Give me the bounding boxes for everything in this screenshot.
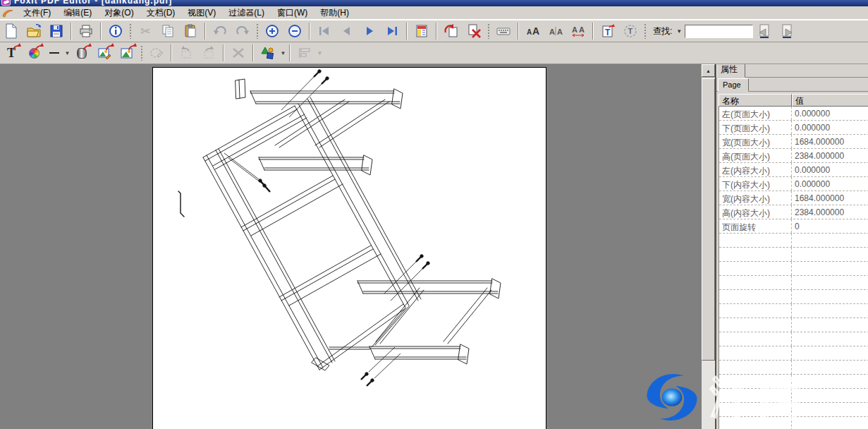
rotate-page-button[interactable] <box>442 22 460 40</box>
svg-text:A: A <box>549 28 555 36</box>
property-value[interactable]: 2384.000000 <box>792 205 868 219</box>
property-row[interactable]: 高(页面大小)2384.000000 <box>719 149 868 163</box>
edit-image-button[interactable] <box>95 44 114 62</box>
property-row[interactable]: 宽(页面大小)1684.000000 <box>719 135 868 149</box>
vertical-scrollbar[interactable]: ▲ <box>702 64 715 429</box>
rotate-object-right-button[interactable] <box>200 44 218 62</box>
menu-window[interactable]: 窗口(W) <box>271 6 314 20</box>
zoom-out-button[interactable] <box>286 22 304 40</box>
save-button[interactable] <box>47 22 66 40</box>
edit-object-button[interactable] <box>147 44 166 62</box>
svg-text:T: T <box>628 27 633 35</box>
new-document-button[interactable] <box>2 22 20 40</box>
rotate-object-left-button[interactable] <box>177 44 195 62</box>
property-row[interactable]: 左(内容大小)0.000000 <box>719 163 868 177</box>
property-value[interactable]: 0 <box>792 219 868 233</box>
rotate-left-icon <box>178 45 194 61</box>
first-page-button[interactable] <box>315 22 334 40</box>
scroll-up-button[interactable]: ▲ <box>702 64 715 77</box>
property-value[interactable]: 1684.000000 <box>792 135 868 148</box>
menu-filter[interactable]: 过滤器(L) <box>222 6 271 20</box>
find-input[interactable] <box>685 25 753 38</box>
paste-button[interactable] <box>181 22 200 40</box>
menu-document[interactable]: 文档(D) <box>140 6 182 20</box>
object-tools-dropdown[interactable]: ▼ <box>280 50 286 56</box>
copy-button[interactable] <box>159 22 177 40</box>
character-spacing-button[interactable]: AA <box>569 22 587 40</box>
panel-title-tab[interactable]: 属性 <box>716 64 745 78</box>
menu-edit[interactable]: 编辑(E) <box>57 6 98 20</box>
tab-page[interactable]: Page <box>718 78 749 92</box>
empty-row <box>719 346 868 361</box>
property-value[interactable]: 2384.000000 <box>792 149 868 162</box>
menu-view[interactable]: 视图(V) <box>181 6 222 20</box>
last-page-button[interactable] <box>383 22 401 40</box>
print-button[interactable] <box>77 22 95 40</box>
text-circle-icon: T <box>623 23 638 39</box>
align-tools-dropdown[interactable]: ▼ <box>317 50 323 56</box>
toolbar-grip[interactable] <box>129 23 132 39</box>
find-toolbar: 查找: ▼ <box>650 25 753 38</box>
menu-help[interactable]: 帮助(H) <box>314 6 355 20</box>
line-style-button[interactable] <box>47 44 61 62</box>
line-style-dropdown[interactable]: ▼ <box>64 50 71 56</box>
delete-object-button[interactable] <box>229 44 247 62</box>
page-layout-button[interactable] <box>412 22 431 40</box>
toolbar-grip[interactable] <box>256 23 259 39</box>
toolbar-grip[interactable] <box>487 23 490 39</box>
toolbar-separator <box>71 23 72 40</box>
zoom-out-icon <box>287 23 302 39</box>
character-spacing-icon: AA <box>570 23 586 39</box>
find-previous-result-button[interactable] <box>755 22 774 40</box>
red-arrow-icon <box>105 43 115 52</box>
undo-button[interactable] <box>211 22 229 40</box>
document-info-button[interactable] <box>106 22 125 40</box>
add-color-button[interactable] <box>25 44 43 62</box>
previous-page-button[interactable] <box>338 22 356 40</box>
menu-object[interactable]: 对象(O) <box>98 6 140 20</box>
object-tools-button[interactable] <box>259 44 277 62</box>
toolbar-grip[interactable] <box>140 45 143 61</box>
add-shading-button[interactable] <box>73 44 91 62</box>
rotate-right-icon <box>201 45 216 61</box>
menu-file[interactable]: 文件(F) <box>17 6 57 20</box>
font-size-button[interactable]: AA <box>524 22 542 40</box>
property-row[interactable]: 页面旋转0 <box>719 219 868 234</box>
properties-table: 名称 值 左(页面大小)0.000000 下(页面大小)0.000000 宽(页… <box>719 94 868 429</box>
property-value[interactable]: 0.000000 <box>792 121 868 134</box>
find-next-result-button[interactable] <box>778 22 796 40</box>
property-row[interactable]: 下(页面大小)0.000000 <box>719 121 868 135</box>
property-row[interactable]: 宽(内容大小)1684.000000 <box>719 191 868 205</box>
cut-button[interactable]: ✂ <box>136 22 154 40</box>
property-value[interactable]: 0.000000 <box>792 163 868 176</box>
property-name: 宽(内容大小) <box>719 191 792 205</box>
align-icon <box>297 45 312 61</box>
align-tools-button[interactable] <box>295 44 314 62</box>
find-history-dropdown[interactable]: ▼ <box>673 28 685 35</box>
property-row[interactable]: 高(内容大小)2384.000000 <box>719 205 868 219</box>
property-value[interactable]: 0.000000 <box>792 177 868 191</box>
zoom-in-button[interactable] <box>263 22 281 40</box>
next-page-button[interactable] <box>360 22 379 40</box>
property-row[interactable]: 下(内容大小)0.000000 <box>719 177 868 191</box>
virtual-keyboard-button[interactable] <box>494 22 513 40</box>
toolbar-separator <box>100 23 102 40</box>
add-text-button[interactable]: T <box>2 44 20 62</box>
delete-page-button[interactable] <box>465 22 483 40</box>
insert-text-button[interactable]: T <box>599 22 617 40</box>
redo-icon <box>235 23 250 39</box>
column-header-value[interactable]: 值 <box>792 94 868 107</box>
font-compare-button[interactable]: AA <box>546 22 565 40</box>
text-orientation-button[interactable]: T <box>621 22 640 40</box>
property-row[interactable]: 左(页面大小)0.000000 <box>719 107 868 121</box>
add-image-button[interactable] <box>118 44 136 62</box>
toolbar-grip[interactable] <box>644 23 647 39</box>
column-header-name[interactable]: 名称 <box>719 94 792 107</box>
empty-row <box>719 318 868 332</box>
property-value[interactable]: 1684.000000 <box>792 191 868 205</box>
property-value[interactable]: 0.000000 <box>792 107 868 120</box>
redo-button[interactable] <box>233 22 252 40</box>
scrollbar-thumb[interactable] <box>702 78 715 361</box>
document-page[interactable] <box>152 67 546 429</box>
open-file-button[interactable] <box>25 22 43 40</box>
